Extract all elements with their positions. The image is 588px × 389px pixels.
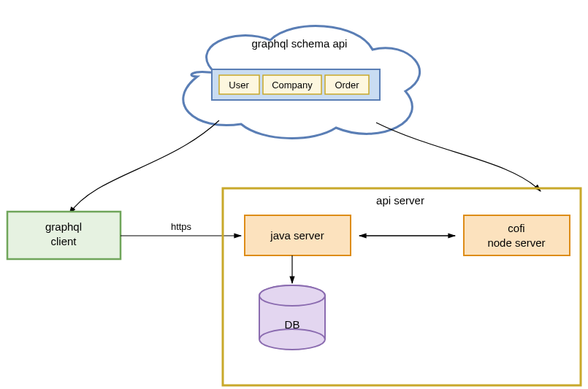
entity-order: Order <box>325 75 369 94</box>
graphql-client-label-line2: client <box>50 235 77 247</box>
api-server-container-title: api server <box>376 194 424 207</box>
graphql-client-box: graphql client <box>7 212 121 259</box>
db-label: DB <box>285 318 300 331</box>
graphql-client-label-line1: graphql <box>45 220 82 233</box>
java-server-box: java server <box>245 215 351 255</box>
cofi-node-server-label-line1: cofi <box>508 222 524 234</box>
edge-schema-to-apiserver <box>376 123 541 191</box>
entity-order-label: Order <box>335 80 359 90</box>
entity-company-label: Company <box>272 80 313 90</box>
cofi-node-server-box: cofi node server <box>464 215 570 255</box>
edge-client-to-javaserver-label: https <box>171 221 192 232</box>
edge-schema-to-client <box>69 120 219 214</box>
svg-point-13 <box>259 329 325 350</box>
svg-point-14 <box>259 285 325 306</box>
cofi-node-server-label-line2: node server <box>487 236 545 249</box>
entity-user: User <box>219 75 259 94</box>
db-cylinder: DB <box>259 285 325 350</box>
java-server-label: java server <box>270 229 324 242</box>
cloud-title: graphql schema api <box>252 37 348 50</box>
entity-company: Company <box>263 75 321 94</box>
entity-user-label: User <box>229 80 249 90</box>
